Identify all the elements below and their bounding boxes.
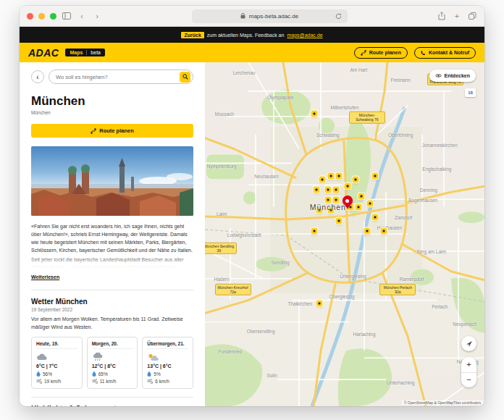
back-to-maps-link[interactable]: Zurück <box>181 32 203 38</box>
wind-row: 6 km/h <box>147 379 188 384</box>
map-canvas[interactable]: LerchenauAm HartFreimannMoosachMilbertsh… <box>205 62 484 406</box>
search-row: ‹ <box>31 70 193 84</box>
sidebar-icon[interactable] <box>62 11 72 21</box>
weather-card-temps: 6°C | 7°C <box>36 364 77 369</box>
weather-heading: Wetter München <box>31 298 193 306</box>
wind-icon <box>92 379 98 384</box>
feedback-email-link[interactable]: maps@adac.de <box>287 33 322 38</box>
search-icon <box>182 74 188 80</box>
new-tab-icon[interactable]: + <box>452 11 462 21</box>
city-description-faded: Seit jeher lockt die bayerische Landesha… <box>31 256 193 269</box>
lock-icon <box>240 13 246 19</box>
zoom-level-badge: 18 <box>465 88 476 97</box>
zoom-control: + − <box>461 357 476 387</box>
locate-me-button[interactable] <box>461 336 476 351</box>
map-city-label: München <box>310 203 346 211</box>
page-title: München <box>31 94 193 109</box>
zoom-out-button[interactable]: − <box>461 373 476 388</box>
raindrop-icon <box>36 371 41 377</box>
forward-icon[interactable]: › <box>92 11 102 21</box>
adac-logo[interactable]: ADAC <box>28 47 59 59</box>
product-name: Maps <box>70 50 83 55</box>
map-tiles <box>205 62 484 406</box>
precip-row: 5% <box>147 371 188 377</box>
partly-sunny-icon <box>147 352 188 361</box>
city-photo <box>31 146 193 216</box>
discover-label: Entdecken <box>445 73 470 78</box>
wind-value: 6 km/h <box>155 379 169 384</box>
map-attribution: © OpenStreetMap & OpenMapTiles contribut… <box>402 400 483 405</box>
notice-text: zum aktuellen Maps. Feedback an <box>207 33 285 38</box>
weather-summary: Vor allem am Morgen Wolken. Temperaturen… <box>31 316 193 331</box>
weather-cards: Heute, 19. 6°C | 7°C 56% 19 km/h <box>31 337 193 389</box>
header-route-button[interactable]: Route planen <box>354 47 408 59</box>
wind-row: 19 km/h <box>36 379 77 384</box>
read-more-link[interactable]: Weiterlesen <box>31 274 59 280</box>
precip-value: 56% <box>43 371 52 377</box>
precip-value: 65% <box>98 371 108 377</box>
discover-button[interactable]: Entdecken <box>429 70 476 82</box>
precip-row: 65% <box>92 371 133 377</box>
precip-row: 56% <box>36 371 77 377</box>
search-button[interactable] <box>180 72 190 83</box>
weather-date: 19 September 2022 <box>31 307 193 312</box>
tab-overview-icon[interactable] <box>467 11 477 21</box>
destination-pin[interactable] <box>343 196 353 210</box>
browser-toolbar: ‹ › maps-beta.adac.de + <box>20 6 484 27</box>
panel-back-button[interactable]: ‹ <box>31 70 44 83</box>
route-icon <box>361 50 366 56</box>
section-divider <box>31 290 193 290</box>
place-panel: ‹ München München Route planen <box>20 62 205 406</box>
weather-card-tomorrow[interactable]: Morgen, 20. 12°C | 8°C 65% 11 km/h <box>87 337 138 389</box>
precip-value: 5% <box>154 371 160 377</box>
app-header: ADAC Maps beta Route planen Kontakt & No… <box>20 43 484 62</box>
route-icon <box>91 128 96 134</box>
raindrop-icon <box>147 371 151 377</box>
page-subtitle: München <box>31 110 193 115</box>
zoom-window-button[interactable] <box>50 13 56 20</box>
browser-window: ‹ › maps-beta.adac.de + Zurück zum aktue… <box>20 6 484 406</box>
header-route-label: Route planen <box>369 50 401 55</box>
phone-icon <box>421 50 426 56</box>
zoom-in-button[interactable]: + <box>461 357 476 372</box>
section-divider <box>31 397 193 398</box>
search-box <box>49 70 193 84</box>
cloudy-icon <box>36 352 77 361</box>
beta-tag: beta <box>86 50 101 55</box>
locate-arrow-icon <box>466 340 473 348</box>
beta-notice-bar: Zurück zum aktuellen Maps. Feedback an m… <box>20 27 484 43</box>
highlights-heading: Highlights & Sehenswertes <box>31 405 193 406</box>
raindrop-icon <box>92 371 96 377</box>
weather-card-label: Übermorgen, 21. <box>147 341 188 349</box>
weather-card-label: Morgen, 20. <box>92 341 133 349</box>
address-bar[interactable]: maps-beta.adac.de <box>192 9 348 23</box>
wind-icon <box>36 379 42 384</box>
wind-value: 11 km/h <box>100 379 117 384</box>
reload-icon[interactable] <box>334 11 344 21</box>
route-planen-label: Route planen <box>99 127 134 134</box>
search-input[interactable] <box>56 74 177 80</box>
share-icon[interactable] <box>437 11 447 21</box>
rain-icon <box>92 352 133 361</box>
product-badge: Maps beta <box>65 49 105 56</box>
route-planen-button[interactable]: Route planen <box>31 124 193 138</box>
weather-card-label: Heute, 19. <box>36 341 77 349</box>
weather-card-temps: 13°C | 6°C <box>147 364 188 369</box>
url-text: maps-beta.adac.de <box>249 13 299 20</box>
minimize-window-button[interactable] <box>38 13 45 20</box>
city-description: «Fahren Sie gar nicht erst woanders hin,… <box>31 223 193 254</box>
main-content: ‹ München München Route planen <box>20 62 484 406</box>
weather-card-temps: 12°C | 8°C <box>92 364 133 369</box>
weather-card-day-after[interactable]: Übermorgen, 21. 13°C | 6°C 5% 6 km/h <box>142 337 193 389</box>
wind-row: 11 km/h <box>92 379 133 384</box>
close-window-button[interactable] <box>27 13 33 20</box>
wind-icon <box>147 379 153 384</box>
weather-card-today[interactable]: Heute, 19. 6°C | 7°C 56% 19 km/h <box>31 337 83 389</box>
wind-value: 19 km/h <box>44 379 61 384</box>
read-more-label: Weiterlesen <box>31 274 59 280</box>
header-contact-label: Kontakt & Notruf <box>429 50 469 55</box>
eye-icon <box>435 73 442 78</box>
back-icon[interactable]: ‹ <box>77 11 87 21</box>
header-contact-button[interactable]: Kontakt & Notruf <box>414 47 476 59</box>
